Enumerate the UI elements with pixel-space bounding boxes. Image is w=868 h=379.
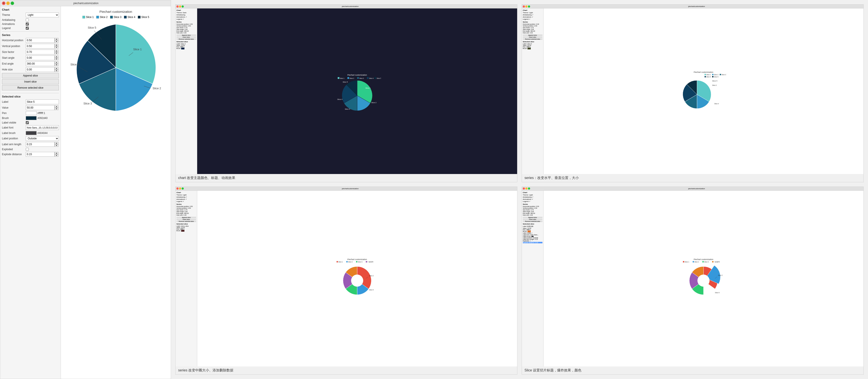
label-visible-checkbox[interactable] [26, 121, 29, 124]
svg-text:Slice 5: Slice 5 [712, 80, 718, 82]
slice-value-down[interactable]: ▼ [55, 108, 58, 110]
pie-chart-svg[interactable]: Slice 1 Slice 2 Slice 3 Slice 4 Slice 5 [70, 22, 161, 113]
svg-text:Piechart customization: Piechart customization [694, 258, 713, 260]
svg-text:Slice 1: Slice 1 [706, 74, 711, 76]
h-position-up[interactable]: ▲ [55, 38, 58, 40]
explode-distance-down[interactable]: ▼ [55, 154, 58, 157]
size-factor-down[interactable]: ▼ [55, 52, 58, 54]
legend-label-1: Slice 1 [86, 16, 94, 19]
end-angle-input[interactable] [26, 61, 55, 66]
svg-text:Piechart customization: Piechart customization [347, 258, 367, 260]
hole-size-input[interactable] [26, 67, 55, 72]
label-font-input[interactable] [26, 125, 59, 130]
mini-titlebar-1: piechartcustomization [176, 4, 517, 8]
label-arm-down[interactable]: ▼ [55, 144, 58, 147]
slice-value-up[interactable]: ▲ [55, 105, 58, 108]
svg-rect-30 [712, 76, 713, 77]
h-position-spin: ▲ ▼ [26, 38, 59, 43]
caption-1: chart 改变主题颜色、标题、动画效果 [176, 174, 517, 182]
legend-label-2: Slice 2 [100, 16, 107, 19]
mini-max-2 [528, 5, 530, 7]
mini-titlebar-4: piechartcustomization [522, 187, 864, 191]
legend-color-1 [83, 16, 85, 19]
label-brush-swatch[interactable] [26, 131, 37, 135]
divider-1 [2, 31, 59, 32]
start-angle-spin: ▲ ▼ [26, 56, 59, 60]
h-position-input[interactable] [26, 38, 55, 43]
slice-value-arrows: ▲ ▼ [55, 105, 58, 110]
svg-text:Slice 2: Slice 2 [348, 261, 352, 263]
svg-rect-55 [712, 261, 713, 262]
label-brush-value: #404044 [37, 132, 48, 135]
h-position-arrows: ▲ ▼ [55, 38, 58, 43]
slice-value-input[interactable] [26, 105, 55, 110]
svg-rect-10 [357, 77, 359, 79]
exploded-checkbox[interactable] [26, 148, 29, 151]
end-angle-down[interactable]: ▼ [55, 64, 58, 66]
svg-text:Slice 9: Slice 9 [715, 292, 719, 293]
svg-text:Slice 3: Slice 3 [345, 108, 350, 110]
legend-item-2: Slice 2 [96, 16, 107, 19]
v-position-input[interactable] [26, 44, 55, 49]
label-position-label: Label position [2, 137, 26, 140]
end-angle-up[interactable]: ▲ [55, 61, 58, 64]
theme-select[interactable]: Light Dark BlueCerulean [26, 12, 59, 17]
slice1-label: Slice 1 [133, 48, 142, 51]
svg-text:+ 标签等: + 标签等 [368, 261, 373, 263]
legend-label-3: Slice 3 [114, 16, 121, 19]
antialiasing-row: Antialiasing [2, 19, 59, 22]
label-arm-arrows: ▲ ▼ [55, 142, 58, 147]
legend-color-3 [110, 16, 113, 19]
hole-size-arrows: ▲ ▼ [55, 67, 58, 72]
start-angle-down[interactable]: ▼ [55, 58, 58, 60]
explode-distance-input[interactable] [26, 152, 55, 157]
close-button[interactable]: ✕ [2, 1, 5, 5]
animations-checkbox[interactable] [26, 23, 29, 26]
v-position-up[interactable]: ▲ [55, 44, 58, 46]
pen-swatch[interactable] [26, 111, 37, 115]
maximize-button[interactable]: □ [10, 1, 14, 5]
window-title: piechartcustomization [14, 2, 158, 5]
label-position-select[interactable]: Outside Inside [26, 136, 59, 141]
append-slice-button[interactable]: Append slice [2, 73, 59, 78]
svg-rect-53 [703, 261, 704, 262]
explode-distance-up[interactable]: ▲ [55, 152, 58, 154]
remove-slice-button[interactable]: Remove selected slice [2, 85, 59, 90]
label-arm-input[interactable] [26, 142, 55, 147]
brush-label: Brush [2, 117, 26, 120]
size-factor-up[interactable]: ▲ [55, 50, 58, 52]
hole-size-up[interactable]: ▲ [55, 67, 58, 69]
mini-pie-donut: Piechart customization Slice 1 Slice 2 S… [332, 257, 382, 300]
minimize-button[interactable]: − [6, 1, 10, 5]
slice-label-input[interactable] [26, 99, 59, 104]
mini-close-2 [523, 5, 525, 7]
slice4-label: Slice 4 [70, 63, 79, 66]
mini-controls-1: Chart Theme: Dark Antialiasing Animation… [176, 8, 197, 174]
mini-min-2 [525, 5, 528, 7]
legend-checkbox[interactable] [26, 27, 29, 30]
slice-label-label: Label [2, 100, 26, 104]
caption-2: series：改变水平、垂直位置，大小 [522, 174, 864, 182]
start-angle-input[interactable] [26, 56, 55, 60]
mini-titlebar-3: piechartcustomization [176, 187, 517, 191]
size-factor-spin: ▲ ▼ [26, 50, 59, 54]
mini-chart-light-3: Piechart customization Slice 1 Slice 2 S… [197, 191, 517, 367]
size-factor-input[interactable] [26, 50, 55, 54]
mini-title-2: piechartcustomization [531, 5, 863, 7]
start-angle-up[interactable]: ▲ [55, 56, 58, 58]
explode-distance-spin: ▲ ▼ [26, 152, 59, 157]
hole-size-down[interactable]: ▼ [55, 69, 58, 72]
screenshot-dark-theme: piechartcustomization Chart Theme: Dark … [175, 4, 517, 182]
size-factor-label: Size factor [2, 51, 26, 54]
svg-rect-51 [693, 261, 694, 262]
brush-swatch[interactable] [26, 116, 37, 120]
theme-row: Theme Light Dark BlueCerulean [2, 12, 59, 17]
antialiasing-checkbox[interactable] [26, 19, 29, 22]
label-arm-up[interactable]: ▲ [55, 142, 58, 144]
svg-text:Slice 3: Slice 3 [359, 78, 364, 79]
slice-value-row: Value ▲ ▼ [2, 105, 59, 110]
explode-distance-arrows: ▲ ▼ [55, 152, 58, 157]
h-position-down[interactable]: ▼ [55, 40, 58, 43]
insert-slice-button[interactable]: Insert slice [2, 79, 59, 84]
v-position-down[interactable]: ▼ [55, 46, 58, 49]
